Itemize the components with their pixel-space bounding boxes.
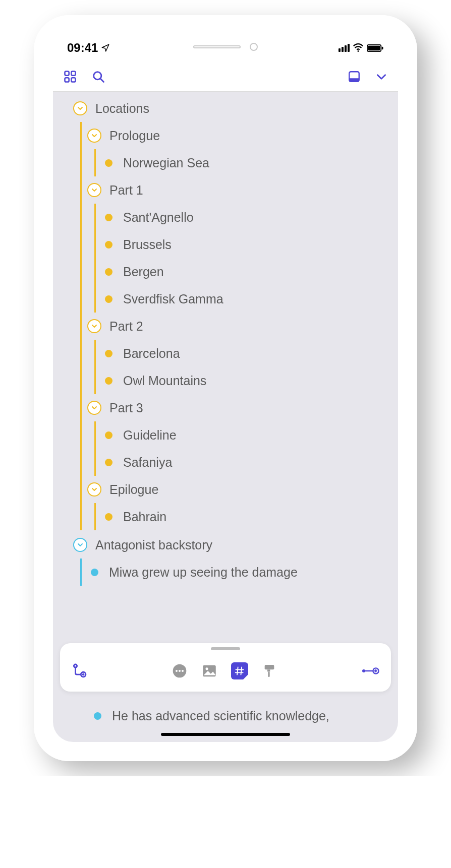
item-label: Sant'Agnello: [123, 210, 194, 225]
outline-item[interactable]: Brussels: [101, 231, 391, 258]
group-epilogue[interactable]: Epilogue Bahrain: [87, 476, 391, 530]
bullet-icon: [105, 214, 112, 221]
bullet-icon: [105, 459, 112, 466]
location-arrow-icon: [101, 43, 110, 52]
item-label: Miwa grew up seeing the damage: [109, 565, 298, 580]
outline-item[interactable]: Owl Mountains: [101, 367, 391, 394]
bullet-icon: [91, 569, 98, 576]
item-label: He has advanced scientific knowledge,: [112, 709, 329, 723]
home-indicator[interactable]: [161, 733, 290, 736]
item-label: Bahrain: [123, 510, 166, 524]
bullet-icon: [105, 377, 112, 385]
cellular-icon: [339, 44, 350, 52]
svg-rect-24: [268, 671, 269, 677]
bullet-icon: [94, 712, 101, 720]
item-label: Safaniya: [123, 455, 172, 470]
outline-item[interactable]: Miwa grew up seeing the damage: [87, 559, 391, 586]
panel-bottom-icon[interactable]: [348, 70, 361, 83]
more-icon[interactable]: [172, 663, 188, 679]
item-label: Norwegian Sea: [123, 156, 209, 170]
add-child-node-icon[interactable]: [71, 662, 88, 679]
search-icon[interactable]: [91, 70, 105, 84]
chevron-down-circle-icon[interactable]: [73, 538, 87, 552]
bullet-icon: [105, 431, 112, 439]
section-label: Locations: [95, 101, 149, 116]
svg-rect-7: [71, 78, 75, 82]
chevron-down-circle-icon[interactable]: [87, 482, 101, 497]
item-label: Owl Mountains: [123, 374, 206, 388]
bullet-icon: [105, 350, 112, 357]
screen: 09:41: [53, 34, 398, 742]
section-antagonist[interactable]: Antagonist backstory Miwa grew up seeing…: [73, 531, 391, 586]
chevron-down-circle-icon[interactable]: [87, 129, 101, 143]
svg-rect-6: [65, 78, 69, 82]
grid-icon[interactable]: [63, 70, 77, 84]
bullet-icon: [105, 268, 112, 276]
svg-rect-2: [368, 45, 380, 50]
svg-rect-23: [267, 669, 270, 671]
svg-rect-5: [71, 71, 75, 75]
chevron-down-circle-icon[interactable]: [87, 401, 101, 415]
item-label: Barcelona: [123, 346, 180, 361]
image-icon[interactable]: [201, 662, 218, 679]
item-label: Guideline: [123, 428, 177, 443]
svg-point-0: [358, 50, 359, 52]
speaker-slot: [193, 45, 241, 48]
bullet-icon: [105, 159, 112, 167]
clock: 09:41: [67, 41, 98, 55]
bottom-toolbar[interactable]: [60, 643, 391, 692]
outline-item[interactable]: Safaniya: [101, 449, 391, 476]
bullet-icon: [105, 241, 112, 249]
hashtag-note-icon[interactable]: [231, 662, 248, 679]
svg-rect-4: [65, 71, 69, 75]
wifi-icon: [353, 42, 364, 53]
svg-point-19: [182, 670, 184, 672]
outline-item-peek: He has advanced scientific knowledge,: [60, 701, 391, 731]
top-toolbar: [53, 61, 398, 92]
outline-item[interactable]: Norwegian Sea: [101, 149, 391, 176]
item-label: Sverdfisk Gamma: [123, 292, 223, 306]
format-paint-icon[interactable]: [261, 663, 277, 679]
front-camera: [250, 43, 258, 51]
chevron-down-icon[interactable]: [375, 70, 388, 83]
bullet-icon: [105, 295, 112, 303]
section-label: Antagonist backstory: [95, 538, 212, 552]
outline-item[interactable]: Sverdfisk Gamma: [101, 285, 391, 313]
svg-rect-11: [349, 78, 359, 82]
svg-point-17: [176, 670, 178, 672]
svg-point-18: [179, 670, 181, 672]
phone-frame: 09:41: [34, 15, 417, 761]
chevron-down-circle-icon[interactable]: [87, 319, 101, 333]
item-label: Bergen: [123, 265, 164, 279]
group-label: Part 2: [109, 319, 143, 334]
svg-point-21: [205, 667, 208, 670]
group-label: Prologue: [109, 129, 160, 143]
chevron-down-circle-icon[interactable]: [87, 183, 101, 197]
group-prologue[interactable]: Prologue Norwegian Sea: [87, 122, 391, 176]
svg-rect-3: [382, 46, 383, 49]
battery-icon: [367, 44, 384, 52]
group-part-3[interactable]: Part 3 Guideline Safaniya: [87, 394, 391, 476]
outline-item[interactable]: Guideline: [101, 421, 391, 449]
notch: [140, 34, 311, 59]
chevron-down-circle-icon[interactable]: [73, 101, 87, 115]
item-label: Brussels: [123, 237, 172, 252]
group-label: Part 1: [109, 183, 143, 198]
add-sibling-node-icon[interactable]: [361, 665, 380, 677]
group-part-2[interactable]: Part 2 Barcelona Owl Mountains: [87, 313, 391, 394]
outline-item[interactable]: Barcelona: [101, 340, 391, 367]
outline-item[interactable]: Bahrain: [101, 503, 391, 530]
group-label: Epilogue: [109, 482, 158, 497]
svg-line-9: [100, 79, 103, 82]
outline-item[interactable]: Bergen: [101, 258, 391, 285]
outline-item[interactable]: Sant'Agnello: [101, 204, 391, 231]
bullet-icon: [105, 513, 112, 521]
section-locations[interactable]: Locations Prologue Norwegian Sea: [73, 95, 391, 530]
svg-rect-22: [265, 665, 274, 669]
group-part-1[interactable]: Part 1 Sant'Agnello Brussels Bergen Sver…: [87, 176, 391, 313]
group-label: Part 3: [109, 401, 143, 415]
